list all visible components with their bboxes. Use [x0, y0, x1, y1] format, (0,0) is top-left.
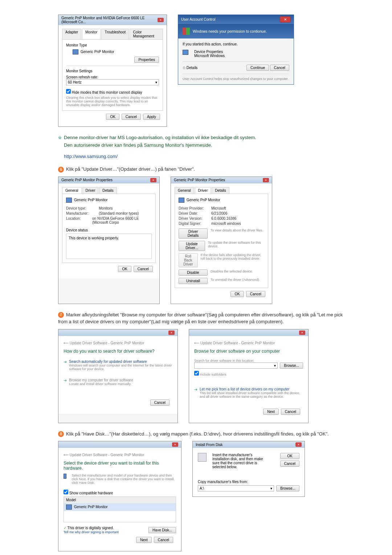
tabs: Adapter Monitor Troubleshoot Color Manag… — [62, 29, 163, 39]
disk-icon — [198, 453, 207, 462]
uac-banner: Windows needs your permission to contion… — [178, 24, 294, 39]
cancel-button[interactable]: Cancel — [150, 400, 170, 406]
hide-modes-checkbox[interactable] — [66, 89, 71, 94]
details-label[interactable]: Details — [187, 66, 198, 70]
titlebar: Generic PnP Monitor and NVIDIA GeForce 6… — [58, 15, 167, 25]
driver-details-button[interactable]: Driver Details — [179, 228, 208, 239]
signing-link[interactable]: Tell me why driver signing is important — [64, 530, 119, 534]
monitor-icon — [73, 49, 78, 54]
device-name: Generic PnP Monitor — [187, 198, 220, 202]
continue-button[interactable]: Continue — [246, 65, 269, 71]
dev-props: Device Properties — [194, 50, 225, 54]
ok-button[interactable]: OK — [106, 114, 119, 120]
tab-adapter[interactable]: Adapter — [62, 29, 81, 39]
close-icon[interactable]: × — [263, 178, 269, 182]
close-icon[interactable]: ✕ — [280, 16, 291, 23]
status-label: Device status — [66, 228, 152, 232]
rollback-button: Roll Back Driver — [179, 253, 198, 267]
dialog-title: Update Driver Software - Generic PnP Mon… — [70, 453, 144, 457]
close-icon[interactable]: × — [150, 178, 156, 182]
cancel-button[interactable]: Cancel — [122, 114, 141, 120]
samsung-link[interactable]: http://www.samsung.com/ — [64, 154, 118, 159]
close-icon[interactable]: × — [295, 442, 302, 447]
close-icon[interactable]: × — [158, 18, 164, 22]
titlebar: User Account Control ✕ — [178, 15, 294, 24]
ok-button[interactable]: OK — [280, 453, 299, 459]
shield-icon — [183, 28, 190, 35]
heading: Select the device driver you want to ins… — [64, 461, 176, 471]
close-icon[interactable]: × — [299, 331, 305, 335]
step-bullet: 8 — [58, 431, 64, 437]
tab-color[interactable]: Color Management — [130, 29, 163, 39]
apply-button[interactable]: Apply — [143, 114, 160, 120]
update-driver-button[interactable]: Update Driver... — [179, 241, 205, 251]
cancel-button[interactable]: Cancel — [134, 266, 153, 272]
tab-general[interactable]: General — [175, 187, 194, 194]
next-button[interactable]: Next — [263, 409, 279, 415]
monitor-icon — [179, 198, 184, 203]
uac-started: If you started this action, continue. — [183, 42, 289, 46]
step-bullet: 7 — [58, 312, 64, 318]
props-driver-dialog: Generic PnP Monitor Properties× General … — [171, 177, 272, 304]
cancel-button[interactable]: Cancel — [280, 461, 299, 467]
path-dropdown[interactable]: A:\▾ — [198, 485, 274, 491]
uninstall-button[interactable]: Uninstall — [179, 278, 208, 284]
back-icon[interactable]: ⟵ — [64, 453, 69, 457]
disk-desc: Insert the manufacturer's installation d… — [212, 453, 270, 469]
tab-driver[interactable]: Driver — [82, 187, 99, 194]
opt-browse[interactable]: ➔ Browse my computer for driver software… — [64, 378, 172, 386]
have-disk-button[interactable]: Have Disk... — [148, 527, 176, 533]
search-label: Search for driver software in this locat… — [194, 359, 303, 362]
model-header: Model — [64, 497, 176, 503]
arrow-icon: ➔ — [194, 387, 197, 392]
ok-button[interactable]: OK — [230, 291, 244, 297]
ms-win: Microsoft Windows — [194, 54, 225, 58]
refresh-dropdown[interactable]: 60 Hertz▾ — [66, 79, 159, 85]
browse-button[interactable]: Browse... — [276, 485, 299, 491]
tab-general[interactable]: General — [62, 187, 82, 194]
model-item[interactable]: Generic PnP Monitor — [64, 503, 176, 511]
cancel-button[interactable]: Cancel — [270, 65, 289, 71]
properties-button[interactable]: Properties — [134, 57, 159, 63]
back-icon[interactable]: ⟵ — [194, 341, 199, 345]
path-input[interactable]: ▾ — [194, 362, 278, 369]
chevron-down-icon[interactable]: ⊙ — [183, 66, 185, 70]
hide-modes-label: Hide modes that this monitor cannot disp… — [72, 90, 142, 94]
props-general-dialog: Generic PnP Monitor Properties× General … — [58, 177, 160, 304]
tab-monitor[interactable]: Monitor — [82, 29, 101, 39]
dialog-title: User Account Control — [181, 17, 216, 21]
back-icon[interactable]: ⟵ — [64, 341, 69, 345]
ok-button[interactable]: OK — [118, 266, 131, 272]
check-icon: ✓ — [64, 526, 66, 530]
step-bullet: 6 — [58, 167, 64, 173]
close-icon[interactable]: × — [168, 331, 175, 335]
chevron-down-icon: ▾ — [270, 486, 272, 490]
tab-details[interactable]: Details — [212, 187, 229, 194]
tab-details[interactable]: Details — [99, 187, 117, 194]
arrow-icon: ➔ — [64, 378, 67, 383]
monitor-type: Generic PnP Monitor — [81, 50, 114, 54]
dialog-title: Generic PnP Monitor Properties — [174, 178, 225, 182]
include-subfolders-checkbox[interactable] — [194, 371, 199, 376]
cancel-button[interactable]: Cancel — [246, 291, 265, 297]
note-block: ※Denne monitor-driver har MS Logo-autori… — [58, 134, 348, 160]
dialog-title: Update Driver Software - Generic PnP Mon… — [70, 341, 144, 345]
disable-button[interactable]: Disable — [179, 270, 208, 276]
dialog-title: Generic PnP Monitor Properties — [61, 178, 113, 182]
cancel-button[interactable]: Cancel — [281, 409, 300, 415]
tab-driver[interactable]: Driver — [195, 187, 211, 194]
close-icon[interactable]: × — [172, 442, 178, 447]
arrow-icon: ➔ — [64, 360, 67, 364]
next-button[interactable]: Next — [136, 537, 152, 543]
opt-pick-list[interactable]: ➔ Let me pick from a list of device driv… — [194, 387, 303, 398]
monitor-settings-dialog: Generic PnP Monitor and NVIDIA GeForce 6… — [58, 15, 167, 127]
cancel-button[interactable]: Cancel — [154, 537, 173, 543]
opt-auto[interactable]: ➔ Search automatically for updated drive… — [64, 360, 172, 371]
browse-button[interactable]: Browse... — [280, 362, 303, 369]
compat-checkbox[interactable] — [64, 490, 68, 494]
tab-troubleshoot[interactable]: Troubleshoot — [101, 29, 129, 39]
chevron-down-icon: ▾ — [155, 80, 157, 84]
step-8: 8Klik på "Have Disk…"(Har diskette/cd…),… — [58, 430, 348, 438]
dialog-title: Install From Disk — [196, 443, 222, 447]
step-7: 7Marker afkrydsningsfeltet "Browse my co… — [58, 311, 348, 325]
